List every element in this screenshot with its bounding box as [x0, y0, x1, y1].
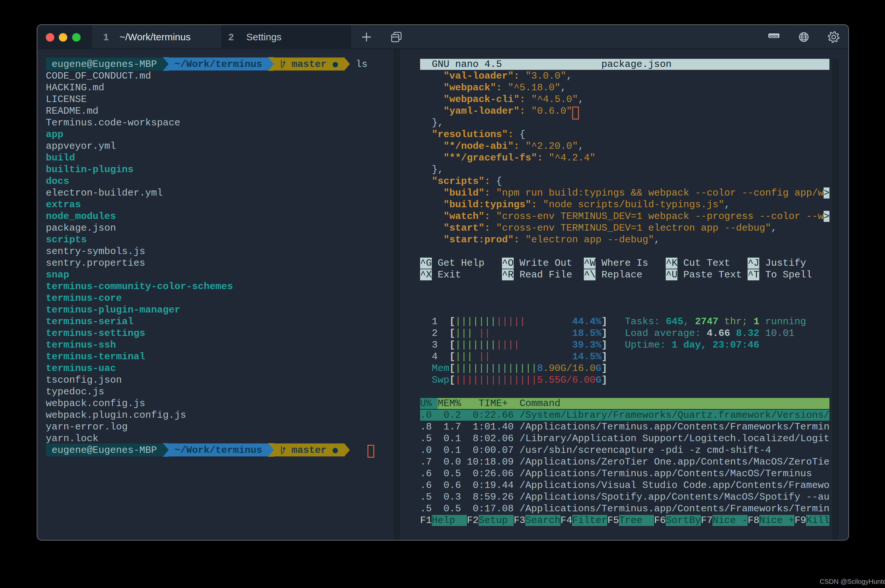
svg-text:IOIOI: IOIOI	[770, 34, 778, 38]
